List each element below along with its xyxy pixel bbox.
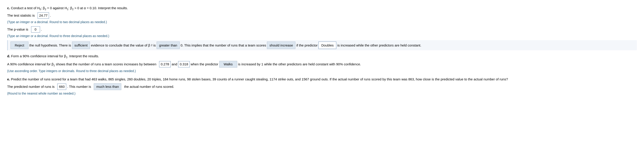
conclusion-block: Reject the null hypothesis. There is suf… xyxy=(7,40,637,50)
comparison-dropdown[interactable]: greater than xyxy=(157,42,180,49)
part-e-heading: e. Predict the number of runs scored for… xyxy=(7,76,637,82)
predicted-line: The predicted number of runs is 660 . Th… xyxy=(7,83,637,90)
part-d: d. Form a 90% confidence interval for β1… xyxy=(7,53,637,73)
change-dropdown[interactable]: should increase xyxy=(267,42,295,49)
decision-dropdown[interactable]: Reject xyxy=(10,42,28,49)
ci-upper-input[interactable]: 0.318 xyxy=(178,61,190,67)
conclusion-s3: is xyxy=(153,42,156,48)
conclusion-s1: the null hypothesis. There is xyxy=(29,42,71,48)
part-c-heading: c. Conduct a test of H0: β2 = 0 against … xyxy=(7,5,637,12)
h0-eq: = 0 against H xyxy=(46,6,67,10)
predicted-input[interactable]: 660 xyxy=(57,83,66,90)
part-e: e. Predict the number of runs scored for… xyxy=(7,76,637,96)
predictor-dropdown[interactable]: Doubles xyxy=(318,42,336,49)
part-e-label: e. xyxy=(7,77,10,81)
ci-line: A 90% confidence interval for β1 shows t… xyxy=(7,61,637,68)
beta2-sub: 2 xyxy=(151,43,152,48)
predicted-prefix: The predicted number of runs is xyxy=(7,85,54,89)
test-stat-hint: (Type an integer or a decimal. Round to … xyxy=(7,20,637,25)
predicted-s1: . This number is xyxy=(67,85,91,89)
h0-colon: : β xyxy=(41,6,45,10)
conclusion-s2: evidence to conclude that the value of β xyxy=(91,42,150,48)
conclusion-s6: is increased while the other predictors … xyxy=(337,42,421,48)
pvalue-hint: (Type an integer or a decimal. Round to … xyxy=(7,33,637,38)
ci-s1: shows that the number of runs a team sco… xyxy=(56,62,156,66)
part-c-label: c. xyxy=(7,6,10,10)
part-d-intro: Form a 90% confidence interval for β xyxy=(11,54,66,58)
predicted-s2: the actual number of runs scored. xyxy=(124,85,174,89)
part-d-rest: . Interpret the results. xyxy=(67,54,99,58)
part-c-intro: Conduct a test of H xyxy=(11,6,40,10)
h1-colon: : β xyxy=(68,6,72,10)
evidence-dropdown[interactable]: sufficient xyxy=(72,42,90,49)
pvalue-prefix: The p-value is xyxy=(7,27,28,31)
predicted-comparison-dropdown[interactable]: much less than xyxy=(94,83,121,90)
ci-sub: 1 xyxy=(54,64,55,67)
conclusion-s5: if the predictor xyxy=(296,42,318,48)
part-d-label: d. xyxy=(7,54,10,58)
pvalue-suffix: . xyxy=(41,27,42,31)
conclusion-s4: 0. This implies that the number of runs … xyxy=(180,42,266,48)
ci-and: and xyxy=(172,62,177,66)
ci-predictor-dropdown[interactable]: Walks xyxy=(219,61,237,68)
ci-lower-input[interactable]: 0.278 xyxy=(159,61,171,67)
ci-hint: (Use ascending order. Type integers or d… xyxy=(7,68,637,73)
part-d-heading: d. Form a 90% confidence interval for β1… xyxy=(7,53,637,59)
test-stat-suffix: . xyxy=(50,14,51,17)
pvalue-line: The p-value is 0 . xyxy=(7,26,637,33)
ci-prefix: A 90% confidence interval for β xyxy=(7,62,54,66)
h1-rest: > 0 at α = 0.10. Interpret the results. xyxy=(74,6,128,10)
pvalue-input[interactable]: 0 xyxy=(31,26,40,33)
predicted-hint: (Round to the nearest whole number as ne… xyxy=(7,91,637,96)
ci-s2: when the predictor xyxy=(191,62,218,66)
ci-s3: is increased by 1 while the other predic… xyxy=(238,62,361,66)
test-stat-prefix: The test statistic is xyxy=(7,14,35,17)
part-c: c. Conduct a test of H0: β2 = 0 against … xyxy=(7,5,637,50)
part-e-intro: Predict the number of runs scored for a … xyxy=(11,77,508,81)
test-stat-line: The test statistic is 24.77 . xyxy=(7,12,637,19)
test-stat-input[interactable]: 24.77 xyxy=(38,12,49,19)
